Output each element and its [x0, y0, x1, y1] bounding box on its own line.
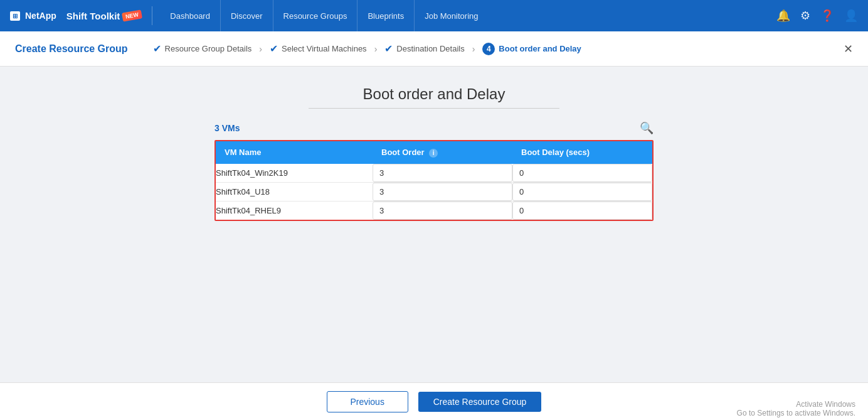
nav-discover[interactable]: Discover: [221, 0, 273, 31]
boot-delay-cell-2: [512, 201, 652, 220]
footer: Previous Create Resource Group Activate …: [0, 382, 868, 420]
boot-delay-input-0[interactable]: [512, 164, 652, 182]
col-vm-name: VM Name: [216, 141, 373, 164]
search-icon[interactable]: 🔍: [640, 121, 654, 135]
step-2-check-icon: ✔: [270, 43, 278, 55]
activate-watermark: Activate Windows Go to Settings to activ…: [737, 400, 855, 417]
step-sep-3: ›: [472, 44, 475, 54]
col-boot-delay: Boot Delay (secs): [512, 141, 652, 164]
table-row: ShiftTk04_Win2K19: [216, 164, 652, 183]
vm-name-2: ShiftTk04_RHEL9: [216, 201, 373, 220]
nav-resource-groups[interactable]: Resource Groups: [273, 0, 358, 31]
nav-blueprints[interactable]: Blueprints: [357, 0, 415, 31]
vm-table: VM Name Boot Order i Boot Delay (secs) S…: [216, 141, 652, 220]
boot-delay-input-2[interactable]: [512, 202, 652, 220]
boot-order-input-0[interactable]: [373, 164, 512, 182]
previous-button[interactable]: Previous: [327, 391, 408, 412]
step-4-label: Boot order and Delay: [499, 44, 581, 53]
step-1-label: Resource Group Details: [165, 44, 252, 53]
notification-icon[interactable]: 🔔: [776, 9, 790, 23]
step-3: ✔ Destination Details: [384, 43, 464, 55]
vm-name-0: ShiftTk04_Win2K19: [216, 164, 373, 183]
step-4: 4 Boot order and Delay: [482, 43, 581, 55]
boot-order-cell-1: [373, 182, 512, 201]
boot-order-info-icon: i: [429, 149, 438, 158]
col-boot-order: Boot Order i: [373, 141, 512, 164]
nav-links: Dashboard Discover Resource Groups Bluep…: [160, 0, 776, 31]
logo-text: NetApp: [25, 11, 56, 21]
logo-icon: ⊞: [10, 11, 20, 21]
step-1: ✔ Resource Group Details: [153, 43, 252, 55]
boot-delay-cell-0: [512, 164, 652, 183]
page-title: Boot order and Delay: [363, 85, 505, 103]
boot-order-input-2[interactable]: [373, 202, 512, 220]
netapp-logo[interactable]: ⊞ NetApp: [10, 11, 56, 21]
vm-count-bar: 3 VMs 🔍: [214, 121, 654, 135]
boot-order-cell-0: [373, 164, 512, 183]
table-row: ShiftTk04_U18: [216, 182, 652, 201]
help-icon[interactable]: ❓: [820, 9, 834, 23]
step-1-check-icon: ✔: [153, 43, 161, 55]
nav-divider: [152, 6, 152, 25]
table-row: ShiftTk04_RHEL9: [216, 201, 652, 220]
boot-order-input-1[interactable]: [373, 183, 512, 201]
step-4-number: 4: [482, 43, 495, 55]
gear-icon[interactable]: ⚙: [800, 9, 810, 23]
nav-icons: 🔔 ⚙ ❓ 👤: [776, 9, 858, 23]
step-2: ✔ Select Virtual Machines: [270, 43, 367, 55]
table-header-row: VM Name Boot Order i Boot Delay (secs): [216, 141, 652, 164]
boot-delay-input-1[interactable]: [512, 183, 652, 201]
main-content: Boot order and Delay 3 VMs 🔍 VM Name Boo…: [0, 67, 868, 382]
user-icon[interactable]: 👤: [844, 9, 858, 23]
create-resource-group-button[interactable]: Create Resource Group: [418, 392, 542, 412]
nav-job-monitoring[interactable]: Job Monitoring: [415, 0, 488, 31]
step-sep-2: ›: [374, 44, 378, 54]
step-3-check-icon: ✔: [384, 43, 393, 55]
vm-table-container: VM Name Boot Order i Boot Delay (secs) S…: [214, 140, 654, 221]
boot-order-cell-2: [373, 201, 512, 220]
nav-dashboard[interactable]: Dashboard: [160, 0, 221, 31]
boot-delay-cell-1: [512, 182, 652, 201]
step-sep-1: ›: [259, 44, 262, 54]
toolkit-badge: NEW: [122, 9, 142, 21]
wizard-steps: ✔ Resource Group Details › ✔ Select Virt…: [153, 43, 828, 55]
page-divider: [309, 108, 559, 109]
vm-name-1: ShiftTk04_U18: [216, 182, 373, 201]
step-2-label: Select Virtual Machines: [282, 44, 367, 53]
step-3-label: Destination Details: [396, 44, 464, 53]
toolkit-brand: Shift Toolkit NEW: [66, 11, 142, 21]
vm-count-text: 3 VMs: [214, 123, 240, 133]
wizard-header: Create Resource Group ✔ Resource Group D…: [0, 31, 868, 67]
close-button[interactable]: ✕: [844, 42, 853, 56]
top-navigation: ⊞ NetApp Shift Toolkit NEW Dashboard Dis…: [0, 0, 868, 31]
wizard-title: Create Resource Group: [15, 43, 128, 55]
